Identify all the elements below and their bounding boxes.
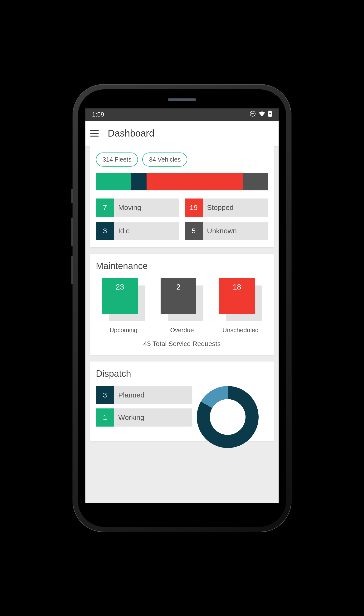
status-time: 1:59 (92, 111, 104, 118)
status-count: 19 (185, 198, 203, 217)
maintenance-box: 18 (219, 278, 262, 321)
box-front: 2 (161, 278, 196, 314)
maintenance-card: Maintenance 23Upcoming2Overdue18Unschedu… (90, 254, 274, 355)
dispatch-list: 3Planned1Working (96, 386, 192, 434)
maintenance-box: 2 (161, 278, 203, 321)
battery-icon (268, 111, 272, 118)
phone-speaker (168, 98, 196, 101)
dispatch-card: Dispatch 3Planned1Working (90, 362, 274, 441)
bar-segment (96, 173, 131, 190)
maintenance-label: Overdue (170, 326, 194, 334)
donut-icon (197, 386, 259, 448)
maintenance-item-unscheduled[interactable]: 18Unscheduled (213, 278, 268, 334)
maintenance-row: 23Upcoming2Overdue18Unscheduled (96, 278, 268, 334)
box-front: 18 (219, 278, 255, 314)
dispatch-count: 1 (96, 408, 114, 427)
maintenance-item-overdue[interactable]: 2Overdue (154, 278, 210, 334)
status-count: 7 (96, 198, 114, 217)
phone-side-button (71, 256, 73, 284)
status-label: Moving (114, 198, 179, 217)
status-count: 5 (185, 222, 203, 240)
maintenance-box: 23 (102, 278, 145, 321)
phone-side-button (71, 218, 73, 246)
dispatch-title: Dispatch (96, 369, 268, 379)
page-title: Dashboard (108, 128, 154, 139)
status-label: Idle (114, 222, 179, 240)
dispatch-label: Working (114, 408, 192, 427)
maintenance-item-upcoming[interactable]: 23Upcoming (96, 278, 151, 334)
maintenance-label: Upcoming (109, 326, 137, 334)
status-pill-stopped[interactable]: 19Stopped (185, 198, 268, 217)
dispatch-count: 3 (96, 386, 114, 404)
maintenance-total: 43 Total Service Requests (96, 340, 268, 348)
wifi-icon (259, 111, 265, 118)
dispatch-donut-chart (197, 386, 268, 434)
fleet-status-grid: 7Moving19Stopped3Idle5Unknown (96, 198, 268, 240)
svg-rect-3 (270, 111, 271, 112)
dispatch-pill-planned[interactable]: 3Planned (96, 386, 192, 404)
bar-segment (243, 173, 268, 190)
status-bar: 1:59 (85, 108, 279, 121)
fleet-status-card: 314 Fleets 34 Vehicles 7Moving19Stopped3… (90, 146, 274, 247)
chip-fleets[interactable]: 314 Fleets (96, 153, 138, 167)
phone-side-button (71, 189, 73, 203)
fleet-status-bar (96, 173, 268, 190)
maintenance-title: Maintenance (96, 261, 268, 271)
bar-segment (131, 173, 146, 190)
phone-frame: 1:59 Dashboard (73, 84, 291, 532)
app-bar: Dashboard (85, 121, 279, 146)
phone-bezel: 1:59 Dashboard (78, 89, 286, 527)
status-count: 3 (96, 222, 114, 240)
status-label: Stopped (203, 198, 268, 217)
box-front: 23 (102, 278, 138, 314)
status-pill-moving[interactable]: 7Moving (96, 198, 179, 217)
chip-vehicles[interactable]: 34 Vehicles (142, 153, 187, 167)
menu-icon[interactable] (90, 130, 99, 137)
maintenance-label: Unscheduled (222, 326, 259, 334)
status-pill-idle[interactable]: 3Idle (96, 222, 179, 240)
bar-segment (146, 173, 243, 190)
do-not-disturb-icon (249, 111, 256, 118)
screen: 1:59 Dashboard (85, 108, 279, 503)
content-scroll[interactable]: 314 Fleets 34 Vehicles 7Moving19Stopped3… (85, 146, 279, 503)
status-pill-unknown[interactable]: 5Unknown (185, 222, 268, 240)
dispatch-pill-working[interactable]: 1Working (96, 408, 192, 427)
status-label: Unknown (203, 222, 268, 240)
dispatch-label: Planned (114, 386, 192, 404)
